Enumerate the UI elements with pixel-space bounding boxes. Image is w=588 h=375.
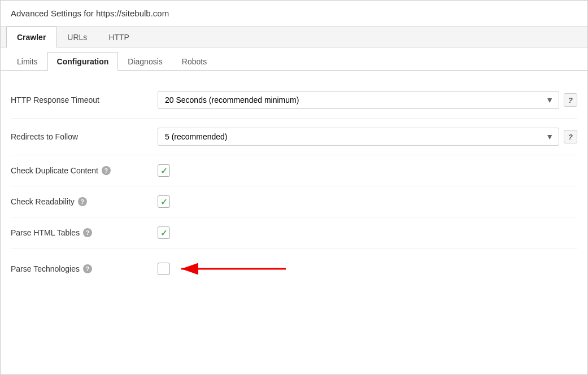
- parse-html-tables-help-icon[interactable]: ?: [83, 228, 92, 237]
- http-timeout-help-button[interactable]: ?: [564, 93, 577, 107]
- parse-html-tables-checkbox[interactable]: [158, 226, 170, 239]
- subtab-limits[interactable]: Limits: [7, 52, 47, 71]
- http-timeout-control: 20 Seconds (recommended minimum) 10 Seco…: [158, 91, 577, 109]
- parse-technologies-control: [158, 258, 577, 280]
- subtab-configuration[interactable]: Configuration: [47, 52, 119, 71]
- parse-technologies-help-icon[interactable]: ?: [83, 264, 92, 273]
- check-duplicate-help-icon[interactable]: ?: [102, 166, 111, 175]
- redirects-row: Redirects to Follow 5 (recommended) 0 1 …: [11, 119, 577, 155]
- parse-technologies-label: Parse Technologies ?: [11, 264, 158, 273]
- parse-html-tables-checkbox-wrapper: [158, 226, 170, 239]
- check-readability-checkbox[interactable]: [158, 195, 170, 208]
- window-title: Advanced Settings for https://sitebulb.c…: [11, 8, 169, 18]
- tab-crawler[interactable]: Crawler: [6, 27, 56, 47]
- check-readability-control: [158, 195, 577, 208]
- tab-http[interactable]: HTTP: [98, 27, 140, 47]
- subtab-diagnosis[interactable]: Diagnosis: [118, 52, 172, 71]
- sub-tabs: Limits Configuration Diagnosis Robots: [1, 52, 587, 71]
- parse-html-tables-control: [158, 226, 577, 239]
- redirects-select[interactable]: 5 (recommended) 0 1 2 3 4 10: [158, 128, 559, 146]
- http-timeout-select-container: 20 Seconds (recommended minimum) 10 Seco…: [158, 91, 559, 109]
- check-duplicate-checkbox[interactable]: [158, 164, 170, 177]
- settings-content: HTTP Response Timeout 20 Seconds (recomm…: [1, 71, 587, 300]
- redirects-control: 5 (recommended) 0 1 2 3 4 10 ▼ ?: [158, 128, 577, 146]
- check-duplicate-label: Check Duplicate Content ?: [11, 166, 158, 175]
- check-readability-row: Check Readability ?: [11, 186, 577, 217]
- redirects-label: Redirects to Follow: [11, 132, 158, 141]
- main-tabs: Crawler URLs HTTP: [1, 27, 587, 47]
- check-duplicate-checkbox-wrapper: [158, 164, 170, 177]
- parse-technologies-checkbox[interactable]: [158, 263, 170, 275]
- check-readability-checkbox-wrapper: [158, 195, 170, 208]
- http-timeout-row: HTTP Response Timeout 20 Seconds (recomm…: [11, 82, 577, 119]
- redirects-help-button[interactable]: ?: [564, 130, 577, 143]
- subtab-robots[interactable]: Robots: [172, 52, 216, 71]
- parse-technologies-row: Parse Technologies ?: [11, 248, 577, 289]
- parse-html-tables-label: Parse HTML Tables ?: [11, 228, 158, 237]
- tab-urls[interactable]: URLs: [56, 27, 98, 47]
- parse-technologies-arrow-indicator: [158, 258, 289, 280]
- check-readability-help-icon[interactable]: ?: [78, 197, 87, 206]
- title-bar: Advanced Settings for https://sitebulb.c…: [1, 1, 587, 27]
- window: Advanced Settings for https://sitebulb.c…: [0, 0, 588, 375]
- red-arrow-icon: [176, 258, 289, 280]
- http-timeout-label: HTTP Response Timeout: [11, 95, 158, 104]
- http-timeout-select[interactable]: 20 Seconds (recommended minimum) 10 Seco…: [158, 91, 559, 109]
- check-readability-label: Check Readability ?: [11, 197, 158, 206]
- parse-html-tables-row: Parse HTML Tables ?: [11, 217, 577, 248]
- check-duplicate-control: [158, 164, 577, 177]
- redirects-select-container: 5 (recommended) 0 1 2 3 4 10 ▼: [158, 128, 559, 146]
- check-duplicate-row: Check Duplicate Content ?: [11, 155, 577, 186]
